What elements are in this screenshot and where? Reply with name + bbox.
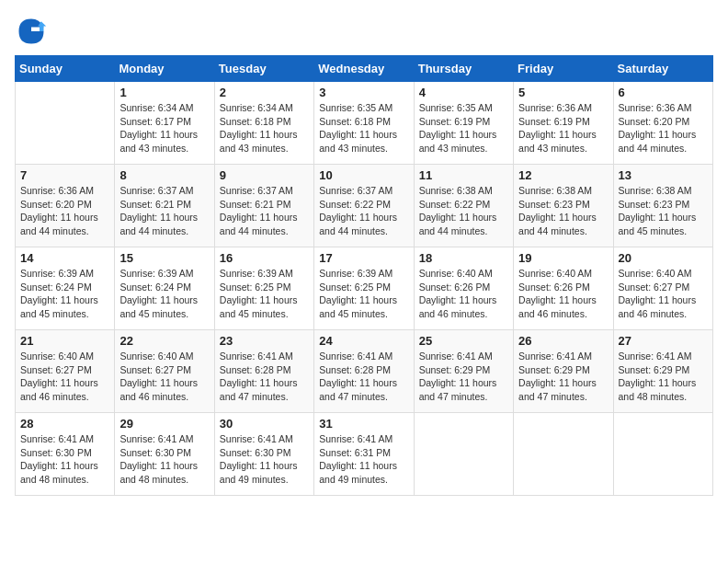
- day-number: 9: [220, 168, 309, 182]
- day-info: Sunrise: 6:39 AMSunset: 6:25 PMDaylight:…: [319, 267, 408, 321]
- day-number: 23: [220, 334, 309, 348]
- weekday-header-monday: Monday: [115, 56, 214, 82]
- calendar-cell: 12Sunrise: 6:38 AMSunset: 6:23 PMDayligh…: [514, 165, 613, 247]
- calendar-cell: 6Sunrise: 6:36 AMSunset: 6:20 PMDaylight…: [613, 82, 712, 165]
- calendar-body: 1Sunrise: 6:34 AMSunset: 6:17 PMDaylight…: [16, 82, 713, 496]
- weekday-row: SundayMondayTuesdayWednesdayThursdayFrid…: [16, 56, 713, 82]
- calendar-cell: 21Sunrise: 6:40 AMSunset: 6:27 PMDayligh…: [16, 330, 115, 413]
- day-info: Sunrise: 6:36 AMSunset: 6:19 PMDaylight:…: [518, 101, 608, 155]
- day-info: Sunrise: 6:39 AMSunset: 6:24 PMDaylight:…: [119, 267, 209, 321]
- calendar-cell: 7Sunrise: 6:36 AMSunset: 6:20 PMDaylight…: [16, 165, 115, 247]
- weekday-header-saturday: Saturday: [613, 56, 712, 82]
- calendar-cell: 16Sunrise: 6:39 AMSunset: 6:25 PMDayligh…: [214, 247, 313, 330]
- calendar-week-2: 7Sunrise: 6:36 AMSunset: 6:20 PMDaylight…: [16, 165, 713, 247]
- calendar-cell: 15Sunrise: 6:39 AMSunset: 6:24 PMDayligh…: [115, 247, 214, 330]
- day-number: 2: [220, 86, 309, 99]
- day-info: Sunrise: 6:38 AMSunset: 6:22 PMDaylight:…: [419, 184, 508, 238]
- day-number: 3: [319, 86, 408, 99]
- day-info: Sunrise: 6:39 AMSunset: 6:24 PMDaylight:…: [20, 267, 109, 321]
- day-info: Sunrise: 6:40 AMSunset: 6:26 PMDaylight:…: [419, 267, 508, 321]
- day-number: 4: [419, 86, 508, 99]
- calendar-week-4: 21Sunrise: 6:40 AMSunset: 6:27 PMDayligh…: [16, 330, 713, 413]
- page-header: [15, 15, 713, 48]
- day-number: 14: [20, 251, 109, 265]
- day-number: 7: [20, 168, 109, 182]
- day-info: Sunrise: 6:41 AMSunset: 6:29 PMDaylight:…: [518, 350, 608, 404]
- weekday-header-tuesday: Tuesday: [214, 56, 313, 82]
- calendar-cell: 1Sunrise: 6:34 AMSunset: 6:17 PMDaylight…: [115, 82, 214, 165]
- calendar-cell: 20Sunrise: 6:40 AMSunset: 6:27 PMDayligh…: [613, 247, 712, 330]
- day-number: 28: [20, 417, 109, 431]
- day-info: Sunrise: 6:40 AMSunset: 6:27 PMDaylight:…: [20, 350, 109, 404]
- day-info: Sunrise: 6:37 AMSunset: 6:21 PMDaylight:…: [220, 184, 309, 238]
- calendar-cell: [16, 82, 115, 165]
- day-info: Sunrise: 6:41 AMSunset: 6:28 PMDaylight:…: [319, 350, 408, 404]
- day-info: Sunrise: 6:37 AMSunset: 6:21 PMDaylight:…: [119, 184, 209, 238]
- day-info: Sunrise: 6:38 AMSunset: 6:23 PMDaylight:…: [518, 184, 608, 238]
- day-info: Sunrise: 6:40 AMSunset: 6:26 PMDaylight:…: [518, 267, 608, 321]
- weekday-header-friday: Friday: [514, 56, 613, 82]
- calendar-cell: 19Sunrise: 6:40 AMSunset: 6:26 PMDayligh…: [514, 247, 613, 330]
- calendar-cell: [613, 413, 712, 496]
- weekday-header-wednesday: Wednesday: [314, 56, 414, 82]
- calendar-cell: 9Sunrise: 6:37 AMSunset: 6:21 PMDaylight…: [214, 165, 313, 247]
- calendar-cell: 17Sunrise: 6:39 AMSunset: 6:25 PMDayligh…: [314, 247, 414, 330]
- calendar-cell: [414, 413, 513, 496]
- calendar-cell: 11Sunrise: 6:38 AMSunset: 6:22 PMDayligh…: [414, 165, 513, 247]
- day-info: Sunrise: 6:41 AMSunset: 6:29 PMDaylight:…: [619, 350, 708, 404]
- calendar-cell: 8Sunrise: 6:37 AMSunset: 6:21 PMDaylight…: [115, 165, 214, 247]
- calendar-cell: 22Sunrise: 6:40 AMSunset: 6:27 PMDayligh…: [115, 330, 214, 413]
- calendar-cell: 18Sunrise: 6:40 AMSunset: 6:26 PMDayligh…: [414, 247, 513, 330]
- day-number: 5: [518, 86, 608, 99]
- calendar-cell: 3Sunrise: 6:35 AMSunset: 6:18 PMDaylight…: [314, 82, 414, 165]
- day-info: Sunrise: 6:35 AMSunset: 6:18 PMDaylight:…: [319, 101, 408, 155]
- day-info: Sunrise: 6:35 AMSunset: 6:19 PMDaylight:…: [419, 101, 508, 155]
- day-number: 25: [419, 334, 508, 348]
- day-info: Sunrise: 6:41 AMSunset: 6:30 PMDaylight:…: [119, 432, 209, 487]
- calendar-week-5: 28Sunrise: 6:41 AMSunset: 6:30 PMDayligh…: [16, 413, 713, 496]
- logo-icon: [15, 15, 48, 48]
- weekday-header-thursday: Thursday: [414, 56, 513, 82]
- day-info: Sunrise: 6:41 AMSunset: 6:30 PMDaylight:…: [20, 432, 109, 487]
- calendar-cell: 13Sunrise: 6:38 AMSunset: 6:23 PMDayligh…: [613, 165, 712, 247]
- calendar-table: SundayMondayTuesdayWednesdayThursdayFrid…: [15, 55, 713, 496]
- calendar-cell: 26Sunrise: 6:41 AMSunset: 6:29 PMDayligh…: [514, 330, 613, 413]
- day-number: 6: [619, 86, 708, 99]
- day-number: 11: [419, 168, 508, 182]
- calendar-cell: [514, 413, 613, 496]
- day-number: 18: [419, 251, 508, 265]
- day-number: 30: [220, 417, 309, 431]
- day-number: 22: [119, 334, 209, 348]
- day-number: 26: [518, 334, 608, 348]
- day-info: Sunrise: 6:40 AMSunset: 6:27 PMDaylight:…: [119, 350, 209, 404]
- day-info: Sunrise: 6:41 AMSunset: 6:31 PMDaylight:…: [319, 432, 408, 487]
- calendar-cell: 28Sunrise: 6:41 AMSunset: 6:30 PMDayligh…: [16, 413, 115, 496]
- day-info: Sunrise: 6:41 AMSunset: 6:29 PMDaylight:…: [419, 350, 508, 404]
- day-info: Sunrise: 6:34 AMSunset: 6:18 PMDaylight:…: [220, 101, 309, 155]
- calendar-cell: 5Sunrise: 6:36 AMSunset: 6:19 PMDaylight…: [514, 82, 613, 165]
- day-number: 1: [119, 86, 209, 99]
- day-number: 16: [220, 251, 309, 265]
- calendar-cell: 27Sunrise: 6:41 AMSunset: 6:29 PMDayligh…: [613, 330, 712, 413]
- day-info: Sunrise: 6:36 AMSunset: 6:20 PMDaylight:…: [619, 101, 708, 155]
- calendar-week-3: 14Sunrise: 6:39 AMSunset: 6:24 PMDayligh…: [16, 247, 713, 330]
- day-number: 21: [20, 334, 109, 348]
- day-number: 27: [619, 334, 708, 348]
- calendar-cell: 30Sunrise: 6:41 AMSunset: 6:30 PMDayligh…: [214, 413, 313, 496]
- calendar-cell: 25Sunrise: 6:41 AMSunset: 6:29 PMDayligh…: [414, 330, 513, 413]
- calendar-cell: 23Sunrise: 6:41 AMSunset: 6:28 PMDayligh…: [214, 330, 313, 413]
- weekday-header-sunday: Sunday: [16, 56, 115, 82]
- day-number: 20: [619, 251, 708, 265]
- day-info: Sunrise: 6:36 AMSunset: 6:20 PMDaylight:…: [20, 184, 109, 238]
- day-number: 19: [518, 251, 608, 265]
- day-number: 15: [119, 251, 209, 265]
- day-number: 13: [619, 168, 708, 182]
- logo: [15, 15, 51, 48]
- day-number: 31: [319, 417, 408, 431]
- day-info: Sunrise: 6:37 AMSunset: 6:22 PMDaylight:…: [319, 184, 408, 238]
- day-info: Sunrise: 6:40 AMSunset: 6:27 PMDaylight:…: [619, 267, 708, 321]
- calendar-cell: 31Sunrise: 6:41 AMSunset: 6:31 PMDayligh…: [314, 413, 414, 496]
- day-info: Sunrise: 6:38 AMSunset: 6:23 PMDaylight:…: [619, 184, 708, 238]
- calendar-week-1: 1Sunrise: 6:34 AMSunset: 6:17 PMDaylight…: [16, 82, 713, 165]
- day-number: 29: [119, 417, 209, 431]
